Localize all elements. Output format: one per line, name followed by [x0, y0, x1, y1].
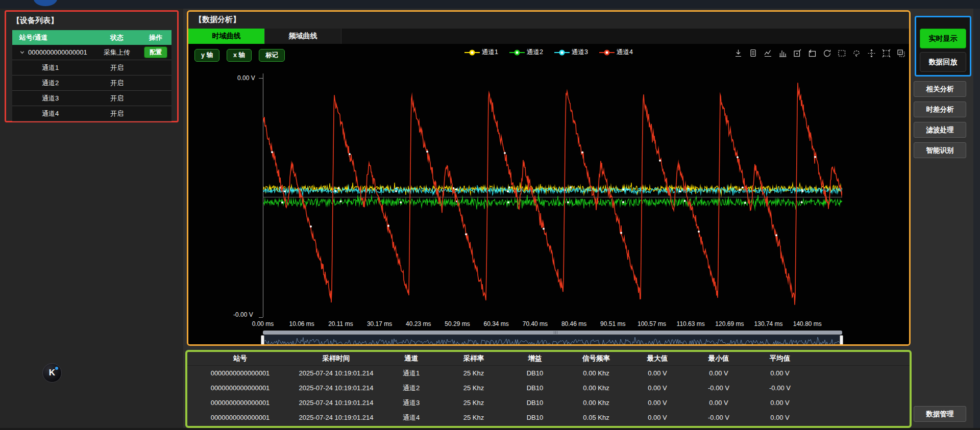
x-axis-button[interactable]: x 轴: [227, 49, 252, 62]
stats-cell: 25 Khz: [443, 384, 504, 392]
stats-column-header: 站号: [187, 354, 293, 363]
stats-column-header: 信号频率: [566, 354, 627, 363]
stats-table-row[interactable]: 00000000000000012025-07-24 10:19:01.214通…: [187, 381, 910, 395]
x-axis-tick-label: 70.40 ms: [523, 320, 548, 327]
save-image-icon[interactable]: [733, 48, 743, 58]
filter-processing-button[interactable]: 滤波处理: [914, 122, 966, 138]
stats-cell: DB10: [504, 414, 566, 421]
restore-icon[interactable]: [822, 48, 832, 58]
window-scrollbar[interactable]: [973, 9, 980, 430]
stats-cell: -0.00 V: [688, 414, 749, 421]
tab-frequency-domain[interactable]: 频域曲线: [265, 29, 341, 44]
stats-table-row[interactable]: 00000000000000012025-07-24 10:19:01.214通…: [187, 366, 910, 381]
datazoom-scrollbar[interactable]: [263, 331, 842, 335]
time-difference-analysis-button[interactable]: 时差分析: [914, 102, 966, 117]
stats-cell: 通道4: [379, 413, 443, 422]
stats-cell: -0.00 V: [749, 384, 811, 392]
stats-cell: 0.00 V: [749, 414, 811, 421]
copy-overlay-icon[interactable]: [896, 48, 906, 58]
channel-status: 开启: [94, 79, 140, 88]
stats-table-row[interactable]: 00000000000000012025-07-24 10:19:01.214通…: [187, 410, 910, 425]
x-axis-tick-label: 0.00 ms: [252, 320, 274, 327]
stats-column-header: 通道: [379, 354, 443, 363]
x-axis-tick-label: 140.80 ms: [793, 320, 822, 327]
x-axis-tick-label: 50.29 ms: [445, 320, 470, 327]
lasso-select-icon[interactable]: [852, 48, 862, 58]
stats-cell: 2025-07-24 10:19:01.214: [293, 369, 379, 377]
marker-button[interactable]: 标记: [259, 49, 285, 62]
correlation-analysis-button[interactable]: 相关分析: [914, 81, 966, 97]
stats-cell: 2025-07-24 10:19:01.214: [293, 384, 379, 392]
chart-toolbox: [733, 48, 911, 58]
device-sidebar: 【设备列表】 站号/通道 状态 操作 0000000000000001 采集上传…: [0, 9, 183, 430]
device-id: 0000000000000001: [28, 48, 87, 56]
smart-recognition-button[interactable]: 智能识别: [914, 142, 966, 158]
zoom-back-icon[interactable]: [807, 48, 817, 58]
datazoom-handle-right[interactable]: [840, 335, 843, 346]
realtime-display-button[interactable]: 实时显示: [920, 29, 966, 48]
stats-cell: 0.00 Khz: [566, 369, 627, 377]
data-playback-button[interactable]: 数据回放: [920, 52, 966, 72]
x-axis-tick-label: 120.69 ms: [715, 320, 744, 327]
channel-status: 开启: [94, 94, 140, 103]
stats-cell: 0000000000000001: [187, 414, 293, 421]
legend-item[interactable]: 通道3: [554, 48, 588, 57]
floating-assistant-badge[interactable]: K: [42, 363, 62, 383]
x-axis-tick-label: 30.17 ms: [367, 320, 392, 327]
stats-cell: 0.05 Khz: [566, 414, 627, 421]
datazoom-handle-left[interactable]: [261, 335, 264, 346]
zoom-in-icon[interactable]: [793, 48, 802, 58]
curve-tabbar: 时域曲线 频域曲线: [188, 29, 909, 44]
chevron-down-icon[interactable]: [19, 49, 25, 55]
stats-cell: 0.00 V: [627, 414, 688, 421]
data-management-button[interactable]: 数据管理: [914, 406, 966, 422]
legend-item[interactable]: 通道2: [509, 48, 543, 57]
device-table-header: 站号/通道 状态 操作: [12, 30, 172, 45]
configure-button[interactable]: 配置: [144, 46, 167, 58]
rect-select-icon[interactable]: [837, 48, 847, 58]
stats-cell: 0000000000000001: [187, 369, 293, 377]
channel-row[interactable]: 通道3 开启: [12, 91, 172, 106]
stats-cell: 0.00 Khz: [566, 384, 627, 392]
device-list-panel: 【设备列表】 站号/通道 状态 操作 0000000000000001 采集上传…: [5, 10, 179, 122]
legend-item[interactable]: 通道4: [599, 48, 633, 57]
channel-status: 开启: [94, 109, 140, 118]
channel-name: 通道4: [42, 109, 59, 118]
legend-label: 通道4: [617, 48, 633, 57]
stats-cell: 0.00 V: [749, 369, 811, 377]
data-view-icon[interactable]: [748, 48, 758, 58]
x-axis-tick-label: 90.51 ms: [600, 320, 625, 327]
y-axis-button[interactable]: y 轴: [194, 49, 219, 62]
y-axis-tick-top: [259, 78, 263, 79]
legend-marker-icon: [509, 49, 525, 56]
device-row[interactable]: 0000000000000001 采集上传 配置: [12, 45, 172, 60]
datazoom-preview-canvas: [263, 336, 842, 346]
bar-chart-icon[interactable]: [778, 48, 788, 58]
time-domain-waveform-canvas[interactable]: [263, 78, 842, 314]
legend-marker-icon: [464, 49, 480, 56]
stats-cell: 0.00 V: [749, 399, 811, 407]
window-title-bar: [0, 0, 980, 9]
x-axis-tick-label: 80.46 ms: [561, 320, 586, 327]
channel-row[interactable]: 通道1 开启: [12, 60, 172, 75]
legend-item[interactable]: 通道1: [464, 48, 498, 57]
datazoom-preview[interactable]: [263, 335, 842, 346]
stats-cell: 2025-07-24 10:19:01.214: [293, 414, 379, 421]
stats-cell: 0.00 V: [688, 399, 749, 407]
stats-table-row[interactable]: 00000000000000012025-07-24 10:19:01.214通…: [187, 395, 910, 410]
pan-select-icon[interactable]: [867, 48, 876, 58]
datazoom-grip[interactable]: [553, 331, 559, 334]
stats-table-body: 00000000000000012025-07-24 10:19:01.214通…: [187, 366, 910, 425]
right-toolbar: 实时显示 数据回放 相关分析 时差分析 滤波处理 智能识别 数据管理: [912, 9, 973, 430]
tab-time-domain[interactable]: 时域曲线: [188, 29, 265, 44]
data-analysis-title: 【数据分析】: [194, 15, 240, 24]
channel-row[interactable]: 通道2 开启: [12, 75, 172, 91]
device-rows: 0000000000000001 采集上传 配置 通道1 开启 通道2 开启 通…: [12, 45, 172, 121]
channel-row[interactable]: 通道4 开启: [12, 106, 172, 121]
stats-cell: 0.00 Khz: [566, 399, 627, 407]
x-axis-tick-label: 20.11 ms: [328, 320, 353, 327]
legend-label: 通道3: [572, 48, 588, 57]
stats-cell: -0.00 V: [688, 384, 749, 392]
line-chart-icon[interactable]: [763, 48, 773, 58]
expand-select-icon[interactable]: [881, 48, 891, 58]
